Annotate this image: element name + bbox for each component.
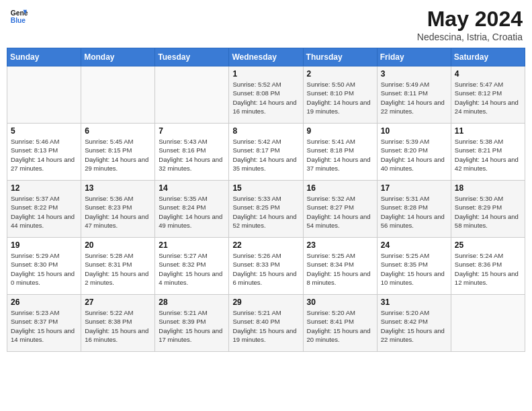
title-area: May 2024 Nedescina, Istria, Croatia <box>417 7 523 42</box>
day-number: 30 <box>307 298 373 307</box>
day-info: Sunrise: 5:28 AMSunset: 8:31 PMDaylight:… <box>85 251 151 287</box>
calendar-cell: 17Sunrise: 5:31 AMSunset: 8:28 PMDayligh… <box>377 181 451 238</box>
day-info: Sunrise: 5:25 AMSunset: 8:34 PMDaylight:… <box>307 251 373 287</box>
calendar-cell: 18Sunrise: 5:30 AMSunset: 8:29 PMDayligh… <box>451 181 525 238</box>
calendar-cell: 2Sunrise: 5:50 AMSunset: 8:10 PMDaylight… <box>303 66 377 124</box>
calendar-cell: 8Sunrise: 5:42 AMSunset: 8:17 PMDaylight… <box>229 124 303 181</box>
day-number: 13 <box>85 183 151 193</box>
calendar-week-row: 12Sunrise: 5:37 AMSunset: 8:22 PMDayligh… <box>7 181 525 238</box>
day-info: Sunrise: 5:35 AMSunset: 8:24 PMDaylight:… <box>159 194 225 230</box>
calendar-cell: 22Sunrise: 5:26 AMSunset: 8:33 PMDayligh… <box>229 238 303 295</box>
calendar-cell: 24Sunrise: 5:25 AMSunset: 8:35 PMDayligh… <box>377 238 451 295</box>
weekday-header-cell: Thursday <box>303 48 377 66</box>
day-number: 18 <box>455 183 521 193</box>
calendar-cell: 14Sunrise: 5:35 AMSunset: 8:24 PMDayligh… <box>155 181 229 238</box>
day-info: Sunrise: 5:20 AMSunset: 8:42 PMDaylight:… <box>381 308 447 344</box>
day-number: 25 <box>455 240 521 250</box>
calendar-week-row: 5Sunrise: 5:46 AMSunset: 8:13 PMDaylight… <box>7 124 525 181</box>
day-info: Sunrise: 5:32 AMSunset: 8:27 PMDaylight:… <box>307 194 373 230</box>
day-number: 15 <box>232 183 299 193</box>
calendar-cell: 31Sunrise: 5:20 AMSunset: 8:42 PMDayligh… <box>377 295 451 352</box>
calendar-week-row: 26Sunrise: 5:23 AMSunset: 8:37 PMDayligh… <box>7 295 525 352</box>
day-info: Sunrise: 5:45 AMSunset: 8:15 PMDaylight:… <box>85 137 151 173</box>
day-info: Sunrise: 5:22 AMSunset: 8:38 PMDaylight:… <box>85 308 151 344</box>
day-info: Sunrise: 5:47 AMSunset: 8:12 PMDaylight:… <box>455 80 521 116</box>
weekday-header-cell: Monday <box>81 48 155 66</box>
calendar-cell: 10Sunrise: 5:39 AMSunset: 8:20 PMDayligh… <box>377 124 451 181</box>
day-number: 21 <box>159 240 225 250</box>
page-header: General Blue May 2024 Nedescina, Istria,… <box>7 7 525 42</box>
day-info: Sunrise: 5:50 AMSunset: 8:10 PMDaylight:… <box>307 80 373 116</box>
calendar-cell: 26Sunrise: 5:23 AMSunset: 8:37 PMDayligh… <box>7 295 81 352</box>
calendar-cell: 11Sunrise: 5:38 AMSunset: 8:21 PMDayligh… <box>451 124 525 181</box>
calendar-cell: 27Sunrise: 5:22 AMSunset: 8:38 PMDayligh… <box>81 295 155 352</box>
calendar-cell: 19Sunrise: 5:29 AMSunset: 8:30 PMDayligh… <box>7 238 81 295</box>
calendar-cell: 15Sunrise: 5:33 AMSunset: 8:25 PMDayligh… <box>229 181 303 238</box>
day-info: Sunrise: 5:29 AMSunset: 8:30 PMDaylight:… <box>11 251 77 287</box>
calendar-cell: 7Sunrise: 5:43 AMSunset: 8:16 PMDaylight… <box>155 124 229 181</box>
day-info: Sunrise: 5:25 AMSunset: 8:35 PMDaylight:… <box>381 251 447 287</box>
day-info: Sunrise: 5:26 AMSunset: 8:33 PMDaylight:… <box>232 251 299 287</box>
calendar-week-row: 19Sunrise: 5:29 AMSunset: 8:30 PMDayligh… <box>7 238 525 295</box>
calendar-cell: 23Sunrise: 5:25 AMSunset: 8:34 PMDayligh… <box>303 238 377 295</box>
day-number: 9 <box>307 126 373 136</box>
calendar-cell: 21Sunrise: 5:27 AMSunset: 8:32 PMDayligh… <box>155 238 229 295</box>
day-info: Sunrise: 5:46 AMSunset: 8:13 PMDaylight:… <box>11 137 77 173</box>
calendar-cell: 9Sunrise: 5:41 AMSunset: 8:18 PMDaylight… <box>303 124 377 181</box>
day-number: 20 <box>85 240 151 250</box>
day-info: Sunrise: 5:30 AMSunset: 8:29 PMDaylight:… <box>455 194 521 230</box>
day-number: 16 <box>307 183 373 193</box>
day-number: 8 <box>232 126 299 136</box>
day-info: Sunrise: 5:36 AMSunset: 8:23 PMDaylight:… <box>85 194 151 230</box>
day-info: Sunrise: 5:39 AMSunset: 8:20 PMDaylight:… <box>381 137 447 173</box>
calendar-cell: 13Sunrise: 5:36 AMSunset: 8:23 PMDayligh… <box>81 181 155 238</box>
day-info: Sunrise: 5:23 AMSunset: 8:37 PMDaylight:… <box>11 308 77 344</box>
weekday-header-row: SundayMondayTuesdayWednesdayThursdayFrid… <box>7 48 525 66</box>
day-number: 23 <box>307 240 373 250</box>
calendar-cell: 16Sunrise: 5:32 AMSunset: 8:27 PMDayligh… <box>303 181 377 238</box>
day-info: Sunrise: 5:52 AMSunset: 8:08 PMDaylight:… <box>232 80 299 116</box>
calendar-cell <box>81 66 155 124</box>
day-number: 28 <box>159 298 225 307</box>
day-number: 7 <box>159 126 225 136</box>
day-number: 22 <box>232 240 299 250</box>
day-number: 12 <box>11 183 77 193</box>
logo: General Blue <box>9 7 28 26</box>
calendar-week-row: 1Sunrise: 5:52 AMSunset: 8:08 PMDaylight… <box>7 66 525 124</box>
day-info: Sunrise: 5:24 AMSunset: 8:36 PMDaylight:… <box>455 251 521 287</box>
calendar-cell: 6Sunrise: 5:45 AMSunset: 8:15 PMDaylight… <box>81 124 155 181</box>
day-number: 24 <box>381 240 447 250</box>
logo-icon: General Blue <box>9 7 28 26</box>
day-number: 6 <box>85 126 151 136</box>
day-number: 11 <box>455 126 521 136</box>
day-info: Sunrise: 5:33 AMSunset: 8:25 PMDaylight:… <box>232 194 299 230</box>
day-number: 29 <box>232 298 299 307</box>
day-number: 3 <box>381 69 447 79</box>
day-info: Sunrise: 5:31 AMSunset: 8:28 PMDaylight:… <box>381 194 447 230</box>
weekday-header-cell: Tuesday <box>155 48 229 66</box>
svg-text:Blue: Blue <box>11 17 26 24</box>
calendar-body: 1Sunrise: 5:52 AMSunset: 8:08 PMDaylight… <box>7 66 525 352</box>
calendar-cell: 12Sunrise: 5:37 AMSunset: 8:22 PMDayligh… <box>7 181 81 238</box>
day-number: 31 <box>381 298 447 307</box>
calendar-cell: 30Sunrise: 5:20 AMSunset: 8:41 PMDayligh… <box>303 295 377 352</box>
day-number: 27 <box>85 298 151 307</box>
weekday-header-cell: Sunday <box>7 48 81 66</box>
calendar-cell: 29Sunrise: 5:21 AMSunset: 8:40 PMDayligh… <box>229 295 303 352</box>
day-info: Sunrise: 5:37 AMSunset: 8:22 PMDaylight:… <box>11 194 77 230</box>
day-number: 2 <box>307 69 373 79</box>
day-info: Sunrise: 5:42 AMSunset: 8:17 PMDaylight:… <box>232 137 299 173</box>
day-info: Sunrise: 5:21 AMSunset: 8:40 PMDaylight:… <box>232 308 299 344</box>
day-info: Sunrise: 5:27 AMSunset: 8:32 PMDaylight:… <box>159 251 225 287</box>
calendar-cell <box>155 66 229 124</box>
day-number: 4 <box>455 69 521 79</box>
day-number: 17 <box>381 183 447 193</box>
day-number: 14 <box>159 183 225 193</box>
calendar-cell <box>451 295 525 352</box>
weekday-header-cell: Saturday <box>451 48 525 66</box>
calendar-cell: 28Sunrise: 5:21 AMSunset: 8:39 PMDayligh… <box>155 295 229 352</box>
day-info: Sunrise: 5:41 AMSunset: 8:18 PMDaylight:… <box>307 137 373 173</box>
day-number: 10 <box>381 126 447 136</box>
day-info: Sunrise: 5:21 AMSunset: 8:39 PMDaylight:… <box>159 308 225 344</box>
location: Nedescina, Istria, Croatia <box>417 32 523 42</box>
